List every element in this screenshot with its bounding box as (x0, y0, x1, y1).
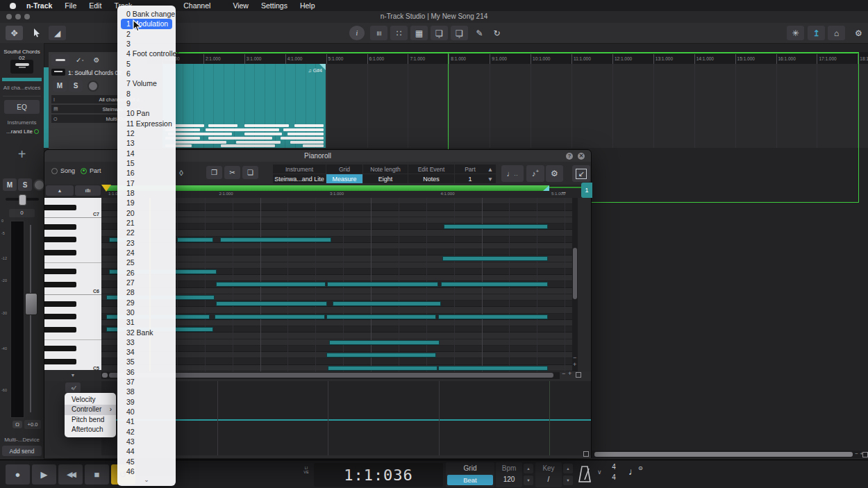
pan-value[interactable]: 0 (9, 209, 35, 217)
bpm-up-icon[interactable]: ▲ (524, 464, 533, 473)
midi-note[interactable] (333, 301, 441, 306)
controller-menu-item[interactable]: 40 (117, 407, 176, 417)
time-display[interactable]: 1:1:036 (314, 463, 443, 487)
midi-note[interactable] (326, 353, 436, 357)
effects-grid-icon[interactable]: ∷ (390, 26, 408, 40)
note-value-icon[interactable]: ♩⊙ (628, 466, 643, 477)
midi-note[interactable] (177, 237, 213, 242)
midi-note[interactable] (438, 314, 548, 319)
pianoroll-toolbar-column-value[interactable]: Steinwa...and Lite (273, 174, 326, 183)
add-note-icon[interactable]: ♪+ (526, 165, 544, 182)
black-key[interactable] (44, 359, 76, 364)
black-key[interactable] (44, 205, 76, 210)
controller-menu-item[interactable]: 3 (117, 39, 176, 49)
h-zoom-in-icon[interactable]: + (568, 370, 571, 377)
loop-cycle-icon[interactable]: ↻ (488, 26, 506, 40)
controller-menu-item[interactable]: 46 (117, 466, 176, 476)
event-type-menu-item[interactable]: Controller› (65, 405, 116, 414)
menubar-item-settings[interactable]: Settings (255, 1, 294, 10)
black-key[interactable] (44, 250, 76, 255)
controller-menu-item[interactable]: 4 Foot controller (117, 49, 176, 58)
controller-menu-item[interactable]: 42 (117, 427, 176, 437)
part-radio[interactable] (81, 168, 87, 174)
controller-menu-item[interactable]: 43 (117, 437, 176, 446)
octave-down-icon[interactable]: ▼ (44, 370, 101, 380)
controller-menu-item[interactable]: 33 (117, 337, 176, 347)
midi-note[interactable] (216, 282, 326, 287)
controller-menu-item[interactable]: 13 (117, 138, 176, 148)
v-zoom-out-icon[interactable]: − (573, 354, 576, 361)
menubar-item-edit[interactable]: Edit (83, 1, 108, 10)
black-key[interactable] (44, 314, 76, 319)
rewind-button[interactable]: ◀◀ (58, 464, 83, 485)
pianoroll-toolbar-column-value[interactable]: Eight (363, 174, 408, 183)
eq-button[interactable]: EQ (4, 100, 40, 114)
gain-value[interactable]: +0.0 (24, 420, 41, 429)
note-length-icon[interactable]: ♩.. (501, 165, 524, 182)
menubar-item-app[interactable]: n-Track (20, 1, 58, 10)
song-h-scrollbar[interactable]: − + (592, 451, 868, 458)
controller-menu-item[interactable]: 18 (117, 188, 176, 198)
key-value[interactable]: / (535, 476, 562, 483)
controller-menu-item[interactable]: 0 Bank change (117, 9, 176, 19)
pedal-icon-2[interactable]: ❏∘ (451, 26, 468, 40)
octave-up-icon[interactable]: ▲ (46, 185, 74, 196)
piano-keyboard-icon[interactable]: ▦ (410, 26, 428, 40)
menubar-item-help[interactable]: Help (294, 1, 322, 10)
midi-note[interactable] (215, 314, 325, 319)
midi-note[interactable] (328, 366, 437, 371)
part-resize-handle[interactable] (543, 185, 549, 191)
pianoroll-toolbar-column-value[interactable]: Notes (408, 174, 454, 183)
pianoroll-toolbar-column-value[interactable]: Measure (326, 174, 362, 183)
audio-waveform-icon[interactable]: ıllı (75, 185, 101, 196)
controller-menu-item[interactable]: 2 (117, 29, 176, 39)
part-down-icon[interactable]: ▼ (485, 174, 496, 183)
controller-menu-item[interactable]: 35 (117, 357, 176, 367)
controller-menu-item[interactable]: 37 (117, 377, 176, 387)
controller-menu-item[interactable]: 16 (117, 168, 176, 178)
h-zoom-icon[interactable]: ↔ (558, 187, 569, 196)
fade-tool-icon[interactable]: ◢ (49, 26, 66, 40)
cut-icon[interactable]: ✂ (224, 166, 240, 179)
controller-menu-item[interactable]: 30 (117, 308, 176, 317)
instrument-power-icon[interactable] (34, 129, 39, 134)
controller-value-line[interactable] (106, 419, 591, 421)
v-zoom-in-icon[interactable]: + (573, 361, 576, 368)
controller-menu-item[interactable]: 28 (117, 287, 176, 297)
controller-menu-item[interactable]: 24 (117, 248, 176, 258)
instrument-slot[interactable]: ...rand Lite (1, 128, 44, 135)
draw-tool-icon[interactable]: ✎ (471, 26, 488, 40)
part-up-icon[interactable]: ▲ (485, 165, 496, 174)
midi-note[interactable] (438, 366, 548, 371)
controller-menu-item[interactable]: 41 (117, 417, 176, 426)
piano-keyboard[interactable]: C7C6C5 (44, 198, 101, 371)
midi-note[interactable] (441, 282, 548, 287)
select-tool-icon[interactable] (28, 26, 45, 40)
controller-menu-item[interactable]: 17 (117, 178, 176, 188)
controller-menu-item[interactable]: 20 (117, 208, 176, 218)
controller-menu-item[interactable]: 1 Modulation (121, 19, 172, 28)
grid-expand-icon[interactable] (576, 372, 581, 378)
midi-clip[interactable]: ♫ G#4 (162, 64, 326, 148)
controller-menu-item[interactable]: 10 Pan (117, 108, 176, 118)
controller-menu-item[interactable]: 26 (117, 268, 176, 278)
controller-menu-item[interactable]: 31 (117, 317, 176, 327)
black-key[interactable] (44, 224, 76, 230)
bpm-value[interactable]: 120 (496, 476, 522, 483)
send-to-track-icon[interactable]: ↙ (572, 165, 590, 182)
live-label[interactable]: LIVE (303, 466, 309, 474)
part-number-tab[interactable]: 1 (581, 183, 592, 198)
plugins-icon[interactable]: ✳ (787, 26, 804, 40)
pianoroll-settings-gear-icon[interactable]: ⚙ (546, 165, 563, 182)
key-down-icon[interactable]: ▼ (563, 476, 573, 485)
controller-menu-item[interactable]: 23 (117, 238, 176, 248)
controller-menu-item[interactable]: 36 (117, 367, 176, 377)
strip-mute-button[interactable]: M (3, 178, 17, 191)
timeline-ruler[interactable]: 1:1.0002:1.0003:1.0004:1.0005:1.0006:1.0… (147, 52, 868, 65)
controller-menu-item[interactable]: 19 (117, 198, 176, 208)
black-key[interactable] (44, 301, 76, 307)
event-type-menu-item[interactable]: Aftertouch (65, 425, 116, 435)
move-tool-icon[interactable]: ✥ (6, 26, 23, 40)
track-view-button[interactable] (51, 54, 69, 66)
settings-gear-icon[interactable]: ⚙ (850, 26, 867, 40)
